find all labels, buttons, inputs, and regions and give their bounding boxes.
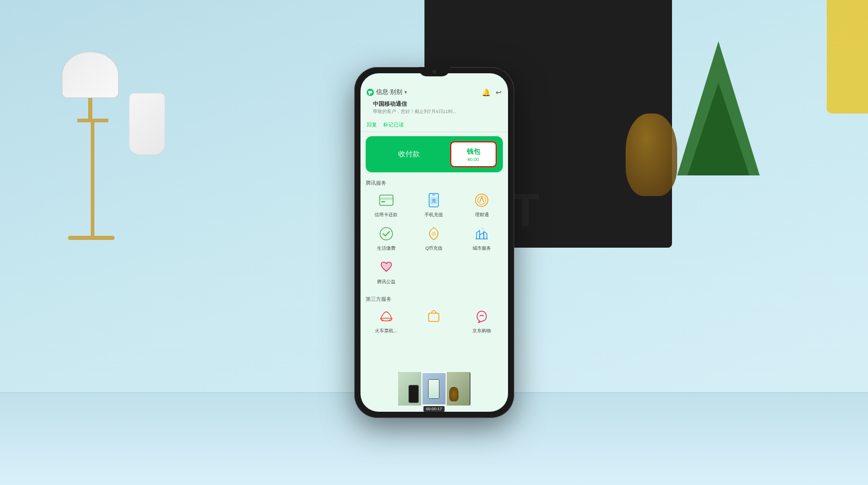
mark-read-button[interactable]: 标记已读 xyxy=(383,121,404,128)
credit-card-icon xyxy=(377,191,396,209)
video-timestamp: 00:00:17 xyxy=(423,406,445,412)
service-finance[interactable]: 理财通 xyxy=(461,191,503,218)
thumbnail-3 xyxy=(447,372,470,406)
video-preview: 00:00:17 xyxy=(398,372,470,412)
phone-topup-icon: 充 xyxy=(424,191,443,209)
finance-label: 理财通 xyxy=(475,212,489,218)
svg-rect-0 xyxy=(380,195,393,205)
tencent-services: 腾讯服务 信用卡还款 xyxy=(361,176,508,294)
credit-card-label: 信用卡还款 xyxy=(374,212,398,218)
finance-icon xyxy=(472,191,491,209)
services-grid: 信用卡还款 充 xyxy=(366,191,503,285)
wallet-button[interactable]: 钱包 ¥0.00 xyxy=(450,141,497,167)
third-party-title: 第三方服务 xyxy=(366,296,503,303)
thumbnail-2-selected xyxy=(421,372,447,406)
wallet-label: 钱包 xyxy=(467,147,480,156)
qcoin-icon xyxy=(424,224,443,243)
message-preview: 尊敬的客户，您好！截止到7月4日11时... xyxy=(373,108,486,115)
service-shopping[interactable] xyxy=(413,307,455,334)
payment-section: 收付款 钱包 ¥0.00 xyxy=(366,136,503,172)
qcoin-label: Q币充值 xyxy=(425,245,443,252)
wallet-amount: ¥0.00 xyxy=(467,157,479,162)
thumbnail-1 xyxy=(398,372,421,406)
shopping-icon xyxy=(424,307,443,326)
service-life-payment[interactable]: 生活缴费 xyxy=(366,224,407,252)
phone-notch xyxy=(419,67,450,76)
charity-label: 腾讯公益 xyxy=(377,279,396,285)
train-label: 火车票机... xyxy=(375,328,398,334)
city-icon xyxy=(472,224,491,243)
action-bar: 回复 标记已读 xyxy=(361,119,508,132)
phone: 信息·别别 ▾ 🔔 ↩ 中国移动通信 尊敬的客户，您好！截止到7月4日11时..… xyxy=(354,67,514,418)
wechat-icon xyxy=(367,89,374,96)
service-qcoin[interactable]: Q币充值 xyxy=(413,224,455,252)
sender-name: 中国移动通信 xyxy=(373,100,496,108)
lamp-decoration xyxy=(62,52,119,240)
thumbnails-row xyxy=(398,372,470,406)
svg-point-11 xyxy=(382,319,384,321)
bell-icon[interactable]: 🔔 xyxy=(482,88,490,96)
app-header: 信息·别别 ▾ 🔔 ↩ 中国移动通信 尊敬的客户，您好！截止到7月4日11时..… xyxy=(361,84,508,119)
jd-icon xyxy=(472,307,491,326)
train-icon xyxy=(377,307,396,326)
payment-left[interactable]: 收付款 xyxy=(372,141,446,167)
life-payment-label: 生活缴费 xyxy=(377,245,396,252)
header-title: 信息·别别 xyxy=(376,88,402,96)
tencent-services-title: 腾讯服务 xyxy=(366,180,503,187)
svg-point-9 xyxy=(380,228,392,240)
payment-label: 收付款 xyxy=(398,150,420,159)
svg-rect-13 xyxy=(429,313,439,321)
jd-label: 京东购物 xyxy=(472,328,491,334)
chevron-down-icon: ▾ xyxy=(404,89,407,95)
life-payment-icon xyxy=(377,224,396,243)
svg-rect-4 xyxy=(432,195,435,196)
third-party-grid: 火车票机... xyxy=(366,307,503,334)
svg-point-12 xyxy=(389,319,391,321)
svg-point-10 xyxy=(432,232,436,236)
pinecone-decoration xyxy=(626,114,677,196)
city-label: 城市服务 xyxy=(472,245,491,252)
service-phone-topup[interactable]: 充 手机充值 xyxy=(413,191,455,218)
svg-rect-1 xyxy=(380,198,393,200)
charity-icon xyxy=(377,258,396,277)
reply-icon[interactable]: ↩ xyxy=(496,88,502,96)
plant-decoration xyxy=(677,41,760,175)
third-party-services: 第三方服务 火车 xyxy=(361,294,508,336)
reply-button[interactable]: 回复 xyxy=(367,121,377,128)
service-charity[interactable]: 腾讯公益 xyxy=(366,258,407,285)
svg-text:充: 充 xyxy=(431,198,436,203)
service-jd[interactable]: 京东购物 xyxy=(461,307,503,334)
service-city[interactable]: 城市服务 xyxy=(461,224,503,252)
svg-rect-2 xyxy=(381,201,385,202)
phone-topup-label: 手机充值 xyxy=(424,212,443,218)
vase-decoration xyxy=(129,93,165,155)
service-credit-card[interactable]: 信用卡还款 xyxy=(366,191,407,218)
service-train[interactable]: 火车票机... xyxy=(366,307,407,334)
camera xyxy=(432,70,436,74)
